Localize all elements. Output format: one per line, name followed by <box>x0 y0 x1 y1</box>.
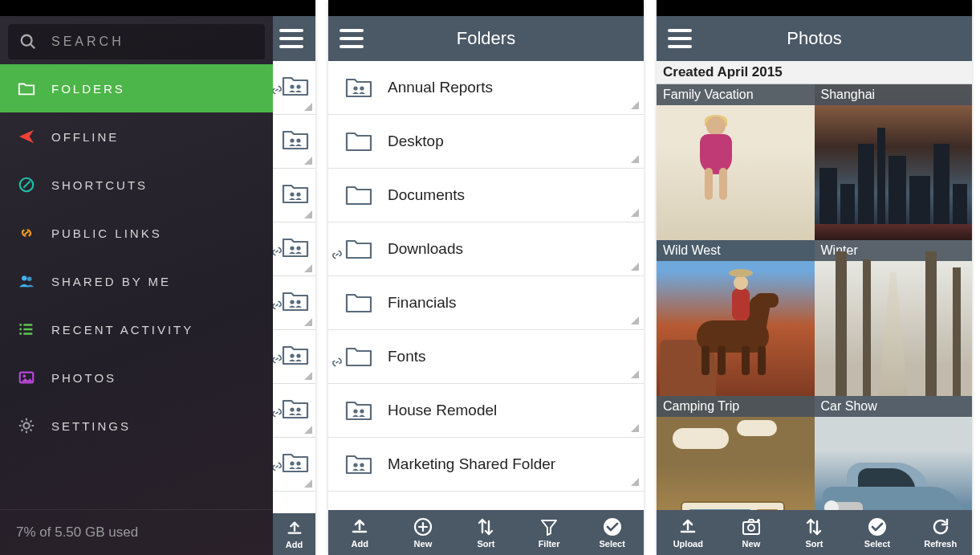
folder-icon <box>344 129 373 153</box>
nav-settings[interactable]: SETTINGS <box>0 402 273 450</box>
action-label: Add <box>286 540 303 549</box>
folder-row[interactable]: Fonts <box>328 330 644 384</box>
folder-row[interactable]: Financials <box>328 276 644 330</box>
shared-folder-icon <box>344 75 373 100</box>
nav-drawer: SEARCH FOLDERS OFFLINE SHORTCUTS <box>0 16 273 555</box>
storage-usage: 7% of 5.50 GB used <box>0 509 273 555</box>
photo-caption: Family Vacation <box>657 84 815 105</box>
photo-shanghai[interactable]: Shanghai <box>815 84 973 240</box>
action-label: New <box>742 539 761 549</box>
action-label: Sort <box>805 539 823 549</box>
nav-shared-by-me[interactable]: SHARED BY ME <box>0 257 273 305</box>
folder-row[interactable]: Annual Reports <box>328 61 644 115</box>
action-label: Select <box>864 539 890 549</box>
photo-grid: Family Vacation Shanghai Wild West Winte… <box>657 84 972 510</box>
photo-family-vacation[interactable]: Family Vacation <box>657 84 815 240</box>
folder-row[interactable]: House Remodel <box>328 384 644 438</box>
header-title: Photos <box>657 28 972 49</box>
photo-car-show[interactable]: Car Show <box>815 396 973 510</box>
hamburger-icon[interactable] <box>279 29 303 48</box>
nav-label: SETTINGS <box>51 419 131 433</box>
shared-folder-icon <box>344 452 373 476</box>
folder-row-partial[interactable] <box>273 115 315 169</box>
link-badge-icon <box>331 357 343 367</box>
photo-caption: Camping Trip <box>657 396 815 417</box>
nav-photos[interactable]: PHOTOS <box>0 353 273 402</box>
upload-icon <box>677 516 698 537</box>
gear-icon <box>18 417 35 435</box>
screen-photos: Photos Created April 2015 Family Vacatio… <box>657 0 972 555</box>
disclosure-triangle-icon <box>631 155 639 163</box>
upload-icon <box>285 519 304 538</box>
link-badge-icon <box>331 250 343 259</box>
folder-row-partial[interactable] <box>273 169 315 222</box>
folder-row[interactable]: Desktop <box>328 115 644 169</box>
folder-row-partial[interactable] <box>273 384 315 438</box>
action-label: Add <box>352 539 368 549</box>
action-select[interactable]: Select <box>846 510 909 555</box>
svg-point-12 <box>19 333 22 335</box>
folder-row-partial[interactable] <box>273 222 315 276</box>
folder-name: Documents <box>388 186 465 204</box>
folder-icon <box>344 183 373 207</box>
search-placeholder: SEARCH <box>51 35 124 49</box>
photo-winter[interactable]: Winter <box>815 240 973 396</box>
nav-offline[interactable]: OFFLINE <box>0 112 273 161</box>
action-label: New <box>414 539 433 549</box>
sort-icon <box>475 516 496 537</box>
search-input[interactable]: SEARCH <box>8 24 265 59</box>
action-new[interactable]: New <box>720 510 783 555</box>
action-new[interactable]: New <box>392 510 455 555</box>
disclosure-triangle-icon <box>631 263 639 271</box>
plane-icon <box>18 128 35 145</box>
nav-shortcuts[interactable]: SHORTCUTS <box>0 161 273 209</box>
photo-caption: Wild West <box>657 240 815 261</box>
folder-row[interactable]: Documents <box>328 169 644 222</box>
search-icon <box>19 33 37 51</box>
nav-label: PUBLIC LINKS <box>51 226 162 240</box>
folder-row[interactable]: Downloads <box>328 222 644 276</box>
folder-row-partial[interactable] <box>273 330 315 384</box>
svg-point-14 <box>22 374 26 377</box>
action-add[interactable]: Add <box>328 510 392 555</box>
action-sort[interactable]: Sort <box>783 510 846 555</box>
action-refresh[interactable]: Refresh <box>909 510 972 555</box>
svg-point-9 <box>27 277 31 282</box>
nav-recent-activity[interactable]: RECENT ACTIVITY <box>0 305 273 353</box>
photos-icon <box>18 369 35 386</box>
disclosure-triangle-icon <box>631 101 639 109</box>
shortcut-icon <box>18 176 35 194</box>
nav-label: OFFLINE <box>51 130 119 144</box>
link-badge-icon <box>273 247 283 256</box>
disclosure-triangle-icon <box>631 424 639 432</box>
action-select[interactable]: Select <box>580 510 644 555</box>
folder-icon <box>344 291 373 315</box>
nav-label: SHARED BY ME <box>51 275 171 288</box>
folder-row-partial[interactable] <box>273 438 315 492</box>
people-icon <box>18 272 35 290</box>
action-filter[interactable]: Filter <box>518 510 581 555</box>
status-bar <box>657 0 972 16</box>
link-badge-icon <box>273 85 283 95</box>
nav-public-links[interactable]: PUBLIC LINKS <box>0 209 273 257</box>
folder-row[interactable]: Marketing Shared Folder <box>328 438 644 492</box>
folder-row-partial[interactable] <box>273 61 315 115</box>
photo-group-header: Created April 2015 <box>657 61 972 84</box>
nav-label: RECENT ACTIVITY <box>51 323 193 337</box>
bottom-action-add[interactable]: Add <box>273 513 315 555</box>
folders-bottom-bar: Add New Sort Filter Select <box>328 510 644 555</box>
svg-point-15 <box>23 422 29 428</box>
svg-point-11 <box>19 329 22 331</box>
disclosure-triangle-icon <box>631 478 639 486</box>
action-sort[interactable]: Sort <box>454 510 518 555</box>
action-label: Select <box>599 539 624 549</box>
action-upload[interactable]: Upload <box>657 510 720 555</box>
camera-icon <box>741 516 762 537</box>
nav-folders[interactable]: FOLDERS <box>0 64 273 112</box>
list-icon <box>18 320 35 338</box>
photo-wild-west[interactable]: Wild West <box>657 240 815 396</box>
photo-caption: Shanghai <box>815 84 973 105</box>
photo-camping-trip[interactable]: Camping Trip <box>657 396 815 510</box>
action-label: Refresh <box>924 539 957 549</box>
folder-row-partial[interactable] <box>273 276 315 330</box>
